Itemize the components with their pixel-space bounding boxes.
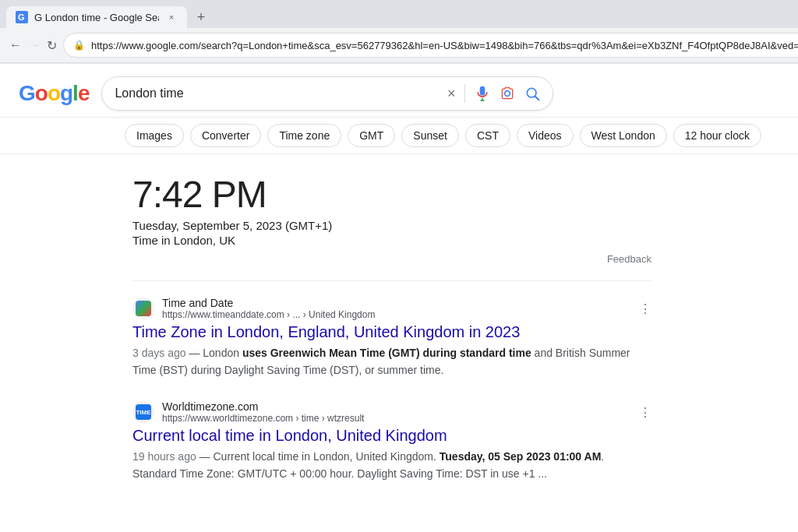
tab-favicon: G — [16, 11, 28, 23]
chip-gmt[interactable]: GMT — [348, 124, 395, 147]
google-logo[interactable]: Google — [19, 81, 89, 106]
search-icons: × — [447, 84, 541, 103]
search-box[interactable]: × — [101, 76, 553, 111]
result-time-1: 3 days ago — [132, 347, 186, 359]
result-url-2: https://www.worldtimezone.com › time › w… — [162, 413, 364, 424]
search-result-2: TIME Worldtimezone.com https://www.world… — [132, 400, 651, 482]
result-site-info-1: Time and Date https://www.timeanddate.co… — [162, 297, 375, 320]
result-source-1: Time and Date https://www.timeanddate.co… — [132, 297, 651, 320]
search-submit-button[interactable] — [524, 86, 540, 101]
svg-point-4 — [505, 91, 510, 97]
browser-chrome: G G London time - Google Search × + ← → … — [0, 0, 798, 63]
chip-images[interactable]: Images — [125, 124, 184, 147]
search-icon — [524, 86, 540, 101]
search-input[interactable] — [115, 86, 440, 100]
result-site-info-2: Worldtimezone.com https://www.worldtimez… — [162, 400, 364, 424]
result-source-2: TIME Worldtimezone.com https://www.world… — [132, 400, 651, 424]
result-favicon-1 — [132, 298, 154, 319]
logo-g2: g — [60, 81, 72, 105]
result-title-1[interactable]: Time Zone in London, England, United Kin… — [132, 323, 651, 341]
result-snippet-1: 3 days ago — London uses Greenwich Mean … — [132, 344, 651, 379]
result-snippet-2: 19 hours ago — Current local time in Lon… — [132, 448, 651, 482]
url-bar[interactable]: 🔒 https://www.google.com/search?q=London… — [63, 33, 798, 58]
chip-converter[interactable]: Converter — [190, 124, 261, 147]
voice-search-button[interactable] — [475, 86, 490, 101]
timedate-favicon-icon — [136, 301, 151, 316]
google-header: Google × — [0, 64, 798, 118]
result-title-2[interactable]: Current local time in London, United Kin… — [132, 427, 651, 445]
svg-line-6 — [535, 97, 539, 100]
filter-chips: Images Converter Time zone GMT Sunset CS… — [0, 118, 798, 154]
current-date: Tuesday, September 5, 2023 (GMT+1) — [132, 219, 651, 232]
result-snippet-bold-1: uses Greenwich Mean Time (GMT) during st… — [242, 347, 531, 359]
result-snippet-before-2: — Current local time in London, United K… — [196, 450, 440, 463]
logo-l: l — [72, 81, 78, 105]
search-result-1: Time and Date https://www.timeanddate.co… — [132, 297, 651, 379]
time-location: Time in London, UK — [132, 234, 651, 247]
logo-g: G — [19, 81, 35, 105]
chip-west-london[interactable]: West London — [580, 124, 667, 147]
worldtime-favicon-icon: TIME — [136, 404, 151, 420]
back-button[interactable]: ← — [9, 34, 22, 56]
chip-12hour[interactable]: 12 hour clock — [673, 124, 761, 147]
logo-e: e — [78, 81, 90, 105]
tab-bar: G G London time - Google Search × + — [0, 0, 798, 28]
result-menu-button-1[interactable]: ⋮ — [639, 301, 651, 316]
result-favicon-2: TIME — [132, 401, 154, 423]
current-time: 7:42 PM — [132, 173, 651, 216]
logo-o2: o — [48, 81, 60, 105]
result-url-1: https://www.timeanddate.com › ... › Unit… — [162, 309, 375, 320]
logo-o1: o — [35, 81, 48, 105]
result-menu-button-2[interactable]: ⋮ — [639, 405, 651, 420]
tab-close-button[interactable]: × — [165, 11, 178, 23]
chip-cst[interactable]: CST — [465, 124, 510, 147]
forward-button[interactable]: → — [28, 34, 41, 56]
search-divider — [464, 84, 465, 103]
chip-sunset[interactable]: Sunset — [401, 124, 459, 147]
microphone-icon — [475, 86, 490, 101]
lens-search-button[interactable] — [500, 86, 515, 101]
tab-title: G London time - Google Search — [34, 12, 159, 23]
result-site-name-1: Time and Date — [162, 297, 375, 309]
result-time-2: 19 hours ago — [132, 450, 196, 463]
url-text: https://www.google.com/search?q=London+t… — [91, 40, 798, 51]
active-tab[interactable]: G G London time - Google Search × — [6, 6, 187, 28]
feedback-button[interactable]: Feedback — [607, 253, 651, 265]
svg-text:G: G — [18, 12, 25, 22]
main-content: 7:42 PM Tuesday, September 5, 2023 (GMT+… — [0, 154, 670, 523]
clear-search-button[interactable]: × — [447, 86, 456, 102]
result-snippet-bold-2: Tuesday, 05 Sep 2023 01:00 AM — [440, 450, 602, 463]
result-snippet-before-1: — London — [186, 347, 242, 359]
address-bar: ← → ↻ 🔒 https://www.google.com/search?q=… — [0, 28, 798, 62]
feedback-row: Feedback — [132, 253, 651, 265]
camera-icon — [500, 86, 515, 101]
lock-icon: 🔒 — [73, 40, 85, 51]
chip-timezone[interactable]: Time zone — [267, 124, 341, 147]
chip-videos[interactable]: Videos — [517, 124, 574, 147]
new-tab-button[interactable]: + — [190, 6, 212, 28]
refresh-button[interactable]: ↻ — [47, 34, 57, 56]
result-site-name-2: Worldtimezone.com — [162, 400, 364, 413]
time-widget: 7:42 PM Tuesday, September 5, 2023 (GMT+… — [132, 173, 651, 281]
